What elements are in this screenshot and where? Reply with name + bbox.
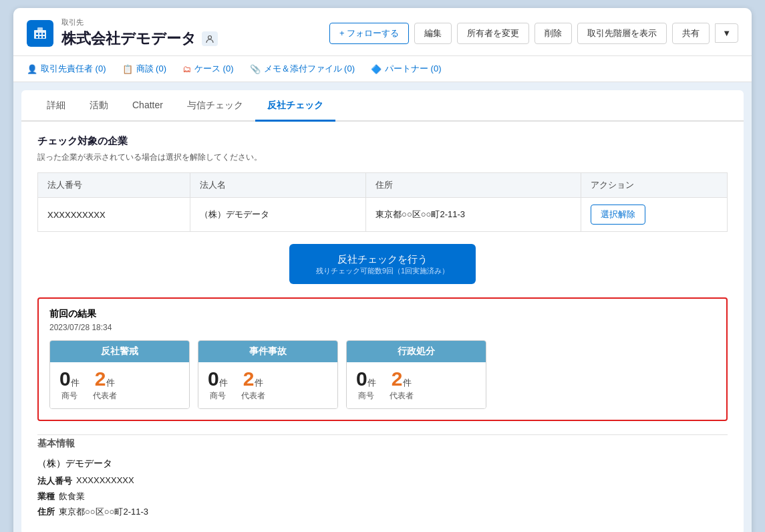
- cell-address: 東京都○○区○○町2-11-3: [366, 198, 581, 232]
- admin-daihyo-label: 代表者: [390, 390, 414, 402]
- partners-icon: 🔷: [371, 64, 381, 74]
- incident-daihyo-number: 2: [243, 368, 255, 390]
- delete-button[interactable]: 削除: [534, 23, 572, 44]
- svg-rect-5: [36, 36, 38, 38]
- change-owner-button[interactable]: 所有者を変更: [457, 23, 529, 44]
- subnav-cases[interactable]: 🗂 ケース (0): [182, 56, 234, 82]
- tab-chatter[interactable]: Chatter: [120, 90, 175, 122]
- svg-rect-7: [43, 36, 45, 38]
- subnav-contacts[interactable]: 👤 取引先責任者 (0): [27, 56, 106, 82]
- tab-activity[interactable]: 活動: [78, 90, 120, 122]
- header-actions: + フォローする 編集 所有者を変更 削除 取引先階層を表示 共有 ▼: [329, 23, 738, 44]
- header-left: 取引先 株式会社デモデータ: [27, 17, 218, 49]
- cases-icon: 🗂: [182, 64, 191, 74]
- check-section-title: チェック対象の企業: [37, 135, 728, 148]
- basic-info-number-value: XXXXXXXXXX: [76, 475, 134, 487]
- table-row: XXXXXXXXXX （株）デモデータ 東京都○○区○○町2-11-3 選択解除: [38, 198, 728, 232]
- content-area: チェック対象の企業 誤った企業が表示されている場合は選択を解除してください。 法…: [21, 122, 744, 532]
- page-title: 株式会社デモデータ: [61, 29, 218, 49]
- incident-shogo-unit: 件: [219, 378, 228, 388]
- antisocial-shogo-label: 商号: [59, 390, 80, 402]
- result-card-admin: 行政処分 0件 商号 2件 代表者: [346, 340, 486, 409]
- show-hierarchy-button[interactable]: 取引先階層を表示: [577, 23, 667, 44]
- antisocial-daihyo-label: 代表者: [93, 390, 117, 402]
- check-button-line1: 反社チェックを行う: [316, 252, 449, 266]
- col-company-name: 法人名: [190, 173, 366, 198]
- admin-shogo-label: 商号: [356, 390, 376, 402]
- admin-shogo-unit: 件: [367, 378, 376, 388]
- perform-check-button[interactable]: 反社チェックを行う 残りチェック可能数9回（1回実施済み）: [289, 244, 476, 284]
- stat-antisocial-daihyo: 2件 代表者: [93, 369, 117, 402]
- basic-info-row-address: 住所 東京都○○区○○町2-11-3: [37, 506, 728, 518]
- share-button[interactable]: 共有: [672, 23, 710, 44]
- col-address: 住所: [366, 173, 581, 198]
- breadcrumb: 取引先: [61, 17, 218, 27]
- tab-antisocial-check[interactable]: 反社チェック: [255, 90, 335, 122]
- cell-corporate-number: XXXXXXXXXX: [38, 198, 190, 232]
- card-body-incident: 0件 商号 2件 代表者: [198, 362, 337, 408]
- result-card-incident: 事件事故 0件 商号 2件 代表者: [198, 340, 338, 409]
- antisocial-shogo-unit: 件: [71, 378, 80, 388]
- subnav-memos[interactable]: 📎 メモ＆添付ファイル (0): [250, 56, 355, 82]
- card-header-admin: 行政処分: [347, 341, 486, 362]
- incident-daihyo-unit: 件: [255, 378, 263, 388]
- results-box: 前回の結果 2023/07/28 18:34 反社警戒 0件 商号 2件: [37, 297, 728, 421]
- follow-button[interactable]: + フォローする: [329, 23, 409, 44]
- admin-icon: [202, 31, 218, 46]
- antisocial-daihyo-number: 2: [95, 368, 106, 390]
- card-body-admin: 0件 商号 2件 代表者: [347, 362, 486, 408]
- stat-antisocial-shogo: 0件 商号: [59, 369, 80, 402]
- basic-info-title: 基本情報: [37, 434, 728, 450]
- subnav-opportunities[interactable]: 📋 商談 (0): [122, 56, 167, 82]
- svg-point-8: [208, 36, 212, 39]
- company-icon: [27, 20, 53, 47]
- results-cards: 反社警戒 0件 商号 2件 代表者: [49, 340, 716, 409]
- basic-info-address-value: 東京都○○区○○町2-11-3: [59, 506, 148, 518]
- check-section-subtitle: 誤った企業が表示されている場合は選択を解除してください。: [37, 152, 728, 163]
- admin-daihyo-number: 2: [392, 368, 403, 390]
- more-actions-button[interactable]: ▼: [715, 23, 738, 43]
- basic-info-company: （株）デモデータ: [37, 458, 728, 470]
- check-button-line2: 残りチェック可能数9回（1回実施済み）: [316, 266, 449, 276]
- outer-card: 取引先 株式会社デモデータ + フォローする 編集 所有者を変更 削除 取引先階…: [13, 8, 752, 532]
- stat-admin-daihyo: 2件 代表者: [390, 369, 414, 402]
- stat-incident-shogo: 0件 商号: [208, 369, 228, 402]
- result-card-antisocial: 反社警戒 0件 商号 2件 代表者: [49, 340, 190, 409]
- contacts-icon: 👤: [27, 64, 37, 74]
- svg-rect-2: [36, 33, 38, 35]
- basic-info-address-label: 住所: [37, 506, 55, 518]
- cell-company-name: （株）デモデータ: [190, 198, 366, 232]
- stat-admin-shogo: 0件 商号: [356, 369, 376, 402]
- tab-credit-check[interactable]: 与信チェック: [175, 90, 255, 122]
- company-name: 株式会社デモデータ: [61, 29, 196, 49]
- check-button-wrap: 反社チェックを行う 残りチェック可能数9回（1回実施済み）: [37, 244, 728, 284]
- antisocial-daihyo-unit: 件: [106, 378, 115, 388]
- edit-button[interactable]: 編集: [414, 23, 452, 44]
- basic-info-row-industry: 業種 飲食業: [37, 491, 728, 503]
- tabs: 詳細 活動 Chatter 与信チェック 反社チェック: [21, 90, 744, 122]
- incident-shogo-label: 商号: [208, 390, 228, 402]
- contacts-label: 取引先責任者 (0): [41, 63, 106, 75]
- col-action: アクション: [581, 173, 727, 198]
- subnav-partners[interactable]: 🔷 パートナー (0): [371, 56, 442, 82]
- opportunities-icon: 📋: [122, 64, 133, 74]
- basic-info-number-label: 法人番号: [37, 475, 72, 487]
- opportunities-label: 商談 (0): [136, 63, 167, 75]
- check-table: 法人番号 法人名 住所 アクション XXXXXXXXXX （株）デモデータ 東京…: [37, 172, 728, 232]
- card-body-antisocial: 0件 商号 2件 代表者: [50, 362, 189, 408]
- col-corporate-number: 法人番号: [38, 173, 190, 198]
- main-content: 詳細 活動 Chatter 与信チェック 反社チェック チェック対象の企業 誤っ…: [21, 90, 744, 532]
- basic-info-industry-label: 業種: [37, 491, 55, 503]
- admin-daihyo-unit: 件: [403, 378, 412, 388]
- results-title: 前回の結果: [49, 308, 716, 320]
- cases-label: ケース (0): [194, 63, 234, 75]
- deselect-button[interactable]: 選択解除: [591, 205, 645, 225]
- page-header: 取引先 株式会社デモデータ + フォローする 編集 所有者を変更 削除 取引先階…: [13, 8, 752, 56]
- svg-rect-6: [39, 36, 41, 38]
- basic-info-industry-value: 飲食業: [59, 491, 85, 503]
- memos-label: メモ＆添付ファイル (0): [264, 63, 355, 75]
- tab-details[interactable]: 詳細: [35, 90, 78, 122]
- admin-shogo-number: 0: [356, 368, 367, 390]
- card-header-incident: 事件事故: [198, 341, 337, 362]
- svg-rect-1: [37, 27, 43, 31]
